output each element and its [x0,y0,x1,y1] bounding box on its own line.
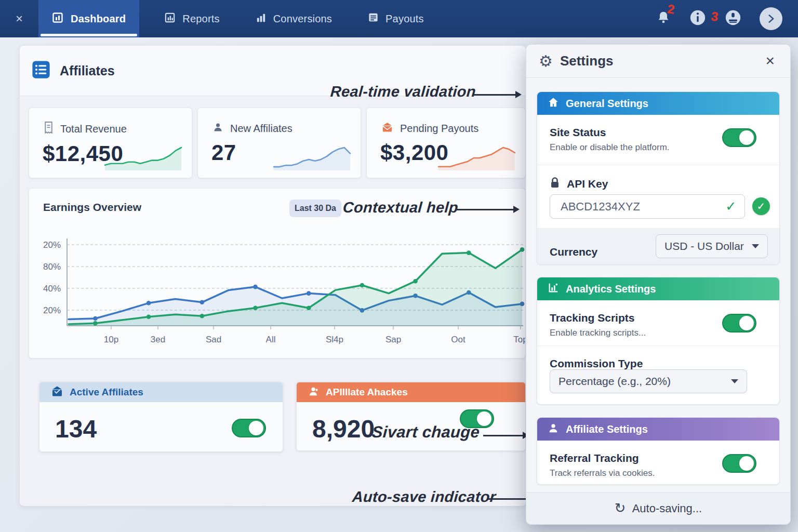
referral-tracking-toggle[interactable] [722,454,756,473]
svg-text:20%: 20% [43,240,61,250]
svg-text:3ed: 3ed [151,335,165,344]
affiliates-list-icon [31,60,51,82]
page-title: Affiliates [60,63,115,78]
affiliate-settings-section: Affiliate Settings Referral Tracking Tra… [537,417,780,485]
section-title: Analytics Settings [566,283,656,295]
svg-text:Sl4p: Sl4p [326,335,343,344]
conversions-icon [255,11,267,26]
annotation-contextual-help: Contextual help [342,199,459,216]
site-status-toggle[interactable] [722,128,756,147]
stat-card-pending-payouts: Pending Payouts $3,200 [366,108,526,178]
api-key-label: API Key [567,178,608,190]
stat-card-new-affiliates: New Affiliates 27 [197,108,361,178]
settings-panel-header: ⚙ Settings × [526,45,790,78]
annotation-autosave-indicator: Auto-save indicator [352,488,497,506]
autosave-status-text: Auto-saving... [632,502,702,515]
settings-panel: ⚙ Settings × General Settings Site Statu… [526,44,791,525]
info-icon[interactable] [689,9,707,29]
envelope-icon [381,122,393,135]
commission-type-select[interactable]: Percentage (e.g., 20%) [550,369,747,393]
svg-text:40%: 40% [43,284,61,294]
tab-conversions[interactable]: Conversions [242,0,345,37]
date-range-button[interactable]: Last 30 Da [289,200,341,217]
tab-reports[interactable]: Reports [151,0,233,37]
stamp-icon[interactable] [724,9,742,29]
tracking-scripts-row: Tracking Scripts Enable tracking scripts… [537,300,779,346]
payouts-icon [367,11,379,26]
referral-tracking-row: Referral Tracking Track referrals via co… [537,441,779,484]
commission-type-row: Commission Type Percentage (e.g., 20%) [537,346,779,405]
svg-text:80%: 80% [43,262,61,272]
dashboard-icon [52,11,64,26]
navbar-close-icon[interactable]: × [16,11,23,26]
highlight-card-value: 8,920 [312,415,375,443]
tracking-scripts-toggle[interactable] [722,314,756,332]
tab-dashboard-label: Dashboard [71,13,126,25]
expand-chevron-button[interactable] [760,7,782,30]
highlight-card-title: Active Affiliates [70,387,143,398]
inbox-envelope-icon [51,385,63,400]
svg-text:Sad: Sad [206,335,221,344]
tab-conversions-label: Conversions [273,13,332,25]
settings-close-icon[interactable]: × [765,53,775,69]
top-navbar: × Dashboard Reports Conversions Payouts [0,0,798,37]
input-valid-check-icon: ✓ [725,198,737,215]
earnings-line-chart: 20%80%40%20%10p3edSadAllSl4pSapOotTop [36,233,525,353]
person-icon [548,422,559,436]
earnings-title: Earnings Overview [43,201,141,214]
svg-text:Top: Top [513,335,525,344]
home-icon [548,97,559,111]
general-settings-header: General Settings [537,92,779,115]
autosave-status-bar: ↻ Auto-saving... [526,492,790,524]
gear-icon: ⚙ [539,52,553,70]
tab-payouts-label: Payouts [385,13,424,25]
annotation-smart-change: Sivart chauge [371,423,481,442]
spinner-icon: ↻ [615,500,626,516]
affiliate-settings-header: Affiliate Settings [537,418,779,441]
tab-dashboard[interactable]: Dashboard [38,0,139,37]
annotation-arrow-realtime [474,94,516,96]
currency-label: Currency [550,246,597,258]
currency-select[interactable]: USD - US Dollar [656,234,768,258]
validation-success-badge: ✓ [752,197,770,215]
stat-label: Pending Payouts [400,123,478,135]
person-plus-icon [308,385,320,400]
svg-text:20%: 20% [43,305,61,315]
revenue-sparkline [103,142,183,171]
analytics-settings-header: Analytics Settings [537,277,779,300]
payouts-sparkline [436,142,517,171]
lock-icon [550,177,560,191]
active-affiliates-toggle[interactable] [232,419,266,437]
section-title: Affiliate Settings [566,423,648,435]
tab-payouts[interactable]: Payouts [354,0,437,37]
annotation-arrow-smart [483,435,524,436]
tab-reports-label: Reports [182,13,219,25]
reports-icon [164,11,176,26]
commission-type-label: Commission Type [550,357,767,370]
currency-row: Currency USD - US Dollar [537,229,779,264]
svg-text:Sap: Sap [385,335,401,344]
analytics-chart-icon [548,282,559,296]
active-affiliates-card: Active Affiliates 134 [39,382,283,452]
settings-title: Settings [560,53,614,69]
highlight-card-title: APIlllate Ahackes [326,387,408,398]
site-status-row: Site Status Enable or disable the platfo… [537,115,779,165]
general-settings-section: General Settings Site Status Enable or d… [537,91,780,264]
annotation-arrow-contextual [456,209,514,210]
section-title: General Settings [566,98,648,110]
highlight-card-value: 134 [55,415,97,443]
svg-text:10p: 10p [104,335,118,344]
user-icon [212,122,223,135]
chevron-down-icon [752,244,759,248]
api-key-input[interactable] [550,194,745,219]
svg-text:Oot: Oot [451,335,466,344]
annotation-realtime-validation: Real-time validation [330,83,476,100]
affiliates-sparkline [272,142,352,171]
api-key-row: API Key ✓ ✓ [537,165,779,229]
svg-text:All: All [266,335,276,344]
commission-type-value: Percentage (e.g., 20%) [558,375,671,388]
receipt-icon [44,122,54,136]
stat-card-total-revenue: Total Revenue $12,450 [29,108,192,178]
currency-value: USD - US Dollar [664,240,744,252]
chevron-down-icon [731,379,738,383]
